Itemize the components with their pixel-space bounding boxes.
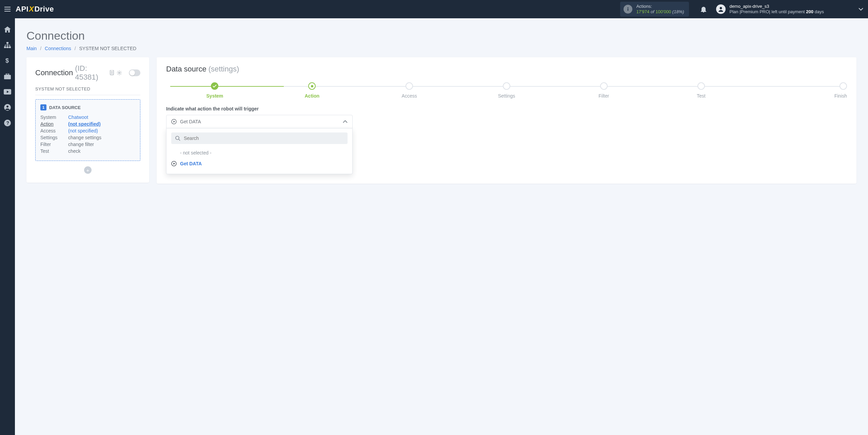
ds-row-action: Action (not specified): [40, 121, 135, 127]
action-dropdown-toggle[interactable]: Get DATA: [166, 115, 353, 128]
option-get-data[interactable]: Get DATA: [171, 158, 348, 169]
step-test[interactable]: Test: [652, 82, 750, 99]
actions-pct: (18%): [671, 9, 684, 14]
data-source-title: DATA SOURCE: [49, 105, 81, 110]
dropdown-search-input[interactable]: [183, 135, 343, 141]
ds-access-value[interactable]: (not specified): [68, 128, 98, 133]
play-icon: [171, 161, 177, 166]
ds-settings-value[interactable]: change settings: [68, 135, 101, 140]
step-node-done: [211, 82, 218, 90]
step-finish[interactable]: Finish: [750, 82, 847, 99]
user-name: demo_apix-drive_s3: [730, 4, 824, 9]
svg-rect-5: [6, 46, 8, 48]
dropdown-search: [171, 132, 348, 144]
user-text: demo_apix-drive_s3 Plan |Premium PRO| le…: [730, 4, 824, 15]
svg-rect-3: [6, 42, 8, 44]
actions-counter[interactable]: Actions: 17'974 of 100'000 (18%): [620, 2, 689, 17]
nav-home[interactable]: [0, 23, 15, 36]
svg-rect-1: [627, 9, 628, 11]
connection-card: Connection (ID: 45381) SYSTEM NOT SELECT…: [26, 57, 149, 183]
chevron-up-icon: [343, 120, 348, 123]
ds-test-value[interactable]: check: [68, 148, 81, 154]
connection-id: (ID: 45381): [75, 64, 107, 82]
svg-text:$: $: [5, 57, 9, 64]
step-system[interactable]: System: [166, 82, 263, 99]
step-access[interactable]: Access: [361, 82, 458, 99]
copy-icon[interactable]: [109, 70, 115, 76]
crumb-current: SYSTEM NOT SELECTED: [79, 46, 137, 51]
ds-row-settings: Settings change settings: [40, 135, 135, 140]
nav-account[interactable]: [0, 101, 15, 114]
info-icon: [624, 5, 632, 14]
data-source-box: 1 DATA SOURCE System Chatwoot Action (no…: [35, 99, 140, 161]
action-instruction: Indicate what action the robot will trig…: [166, 106, 847, 111]
avatar-icon: [716, 4, 726, 14]
action-dropdown-panel: - not selected - Get DATA: [166, 128, 353, 174]
page-title: Connection: [26, 29, 856, 42]
crumb-main[interactable]: Main: [26, 46, 37, 51]
brand-text-api: API: [16, 5, 28, 14]
svg-rect-4: [4, 46, 6, 48]
wizard-steps: System Action Access Settings Filter: [166, 82, 847, 99]
ds-action-value[interactable]: (not specified): [68, 121, 101, 127]
user-menu[interactable]: demo_apix-drive_s3 Plan |Premium PRO| le…: [716, 4, 863, 15]
svg-rect-9: [6, 74, 9, 75]
right-card-subtitle: (settings): [209, 65, 239, 73]
svg-text:?: ?: [6, 120, 9, 126]
actions-of: of: [649, 9, 655, 14]
action-dropdown: Get DATA - not selected - Get DATA: [166, 115, 353, 174]
breadcrumb: Main / Connections / SYSTEM NOT SELECTED: [26, 46, 856, 51]
data-source-number: 1: [40, 104, 46, 110]
actions-label: Actions:: [636, 4, 684, 9]
ds-row-filter: Filter change filter: [40, 142, 135, 147]
topbar: API X Drive Actions: 17'974 of 100'000 (…: [0, 0, 868, 18]
svg-rect-8: [4, 75, 11, 79]
svg-point-0: [627, 7, 628, 8]
step-node-current: [308, 82, 316, 90]
action-dropdown-value: Get DATA: [180, 119, 339, 124]
ds-row-access: Access (not specified): [40, 128, 135, 133]
svg-point-18: [176, 136, 179, 140]
user-plan: Plan |Premium PRO| left until payment 20…: [730, 9, 824, 15]
ds-row-system: System Chatwoot: [40, 115, 135, 120]
nav-billing[interactable]: $: [0, 54, 15, 67]
data-source-header: 1 DATA SOURCE: [40, 104, 135, 110]
svg-point-2: [719, 7, 722, 9]
left-rail: $ ?: [0, 18, 15, 435]
play-icon: [171, 119, 177, 124]
nav-video[interactable]: [0, 85, 15, 98]
ds-filter-value[interactable]: change filter: [68, 142, 94, 147]
gear-icon[interactable]: [117, 70, 122, 76]
ds-system-value[interactable]: Chatwoot: [68, 115, 88, 120]
actions-used: 17'974: [636, 9, 650, 14]
ds-row-test: Test check: [40, 148, 135, 154]
brand-logo[interactable]: API X Drive: [16, 5, 54, 14]
nav-briefcase[interactable]: [0, 70, 15, 83]
svg-point-12: [6, 106, 8, 108]
option-get-data-label: Get DATA: [180, 161, 202, 166]
search-icon: [175, 136, 180, 141]
step-settings[interactable]: Settings: [458, 82, 555, 99]
brand-text-drive: Drive: [34, 5, 54, 14]
nav-connections[interactable]: [0, 39, 15, 51]
brand-text-x: X: [29, 5, 34, 14]
main-content: Connection Main / Connections / SYSTEM N…: [15, 18, 868, 192]
step-action[interactable]: Action: [263, 82, 361, 99]
connection-subtitle: SYSTEM NOT SELECTED: [35, 86, 140, 95]
add-destination-button[interactable]: +: [84, 166, 92, 174]
menu-toggle[interactable]: [2, 4, 13, 15]
step-filter[interactable]: Filter: [555, 82, 652, 99]
nav-help[interactable]: ?: [0, 117, 15, 129]
svg-point-16: [118, 72, 120, 74]
data-source-settings-card: Data source (settings) System Action Acc…: [157, 57, 856, 184]
chevron-down-icon[interactable]: [859, 7, 863, 11]
option-not-selected[interactable]: - not selected -: [171, 147, 348, 158]
crumb-connections[interactable]: Connections: [45, 46, 71, 51]
connection-card-title: Connection (ID: 45381): [35, 64, 140, 82]
actions-total: 100'000: [655, 9, 671, 14]
right-card-title: Data source (settings): [166, 65, 847, 74]
actions-text: Actions: 17'974 of 100'000 (18%): [636, 4, 684, 15]
connection-toggle[interactable]: [129, 69, 140, 76]
notifications-button[interactable]: [698, 3, 709, 15]
svg-rect-6: [9, 46, 11, 48]
